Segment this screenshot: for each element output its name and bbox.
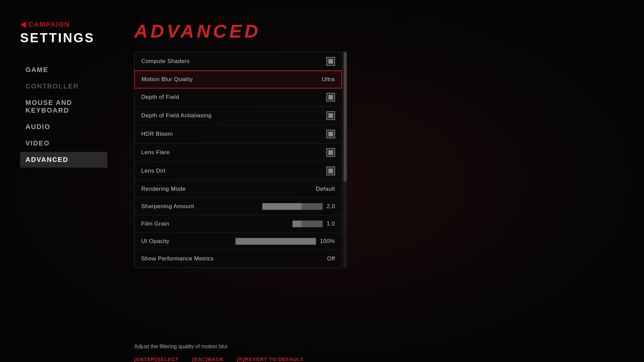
setting-name-depth-of-field: Depth of Field (141, 94, 179, 101)
setting-row-film-grain[interactable]: Film Grain1.0 (135, 215, 342, 233)
sidebar-item-mouse-keyboard[interactable]: MOUSE AND KEYBOARD (20, 95, 107, 118)
settings-wrapper: Compute ShadersMotion Blur QualityUltraD… (134, 52, 342, 268)
sidebar-item-advanced[interactable]: ADVANCED (20, 152, 107, 168)
nav-menu: GAMECONTROLLERMOUSE AND KEYBOARDAUDIOVID… (20, 62, 107, 168)
control-item-enter[interactable]: [ENTER] SELECT (134, 356, 179, 362)
control-label: REVERT TO DEFAULT (245, 356, 304, 362)
setting-value-show-performance-metrics: Off (327, 255, 335, 262)
setting-row-motion-blur-quality[interactable]: Motion Blur QualityUltra (135, 71, 342, 88)
setting-row-depth-of-field[interactable]: Depth of Field (135, 88, 342, 107)
control-key: [ESC] (192, 356, 208, 362)
slider-bar-ui-opacity[interactable] (235, 238, 316, 245)
control-label: SELECT (157, 356, 179, 362)
setting-name-film-grain: Film Grain (141, 221, 169, 227)
sidebar: ◀ CAMPAIGN SETTINGS GAMECONTROLLERMOUSE … (0, 0, 127, 362)
setting-name-rendering-mode: Rendering Mode (141, 186, 186, 192)
controls-bar: [ENTER] SELECT[ESC] BACK[R] REVERT TO DE… (134, 356, 631, 362)
bottom-area: Adjust the filtering quality of motion b… (134, 344, 631, 362)
control-key: [R] (237, 356, 245, 362)
slider-fill-sharpening-amount (262, 203, 302, 210)
sidebar-item-game[interactable]: GAME (20, 62, 107, 78)
back-label: CAMPAIGN (29, 21, 70, 28)
settings-list: Compute ShadersMotion Blur QualityUltraD… (135, 52, 342, 267)
slider-container-sharpening-amount[interactable]: 2.0 (262, 203, 335, 210)
checkbox-lens-dirt[interactable] (326, 167, 335, 175)
setting-row-rendering-mode[interactable]: Rendering ModeDefault (135, 180, 342, 198)
control-key: [ENTER] (134, 356, 157, 362)
checkbox-compute-shaders[interactable] (326, 57, 335, 66)
setting-name-motion-blur-quality: Motion Blur Quality (142, 76, 193, 83)
checkbox-hdr-bloom[interactable] (326, 130, 335, 138)
setting-value-sharpening-amount: 2.0 (327, 203, 335, 210)
back-arrow-icon: ◀ (20, 20, 26, 29)
slider-fill-film-grain (292, 221, 302, 227)
slider-bar-film-grain[interactable] (292, 221, 323, 227)
slider-container-ui-opacity[interactable]: 100% (235, 238, 335, 245)
control-item-r[interactable]: [R] REVERT TO DEFAULT (237, 356, 304, 362)
sidebar-item-controller: CONTROLLER (20, 78, 107, 94)
setting-name-ui-opacity: UI Opacity (141, 238, 169, 245)
back-nav[interactable]: ◀ CAMPAIGN (20, 20, 107, 29)
setting-name-compute-shaders: Compute Shaders (141, 58, 190, 65)
setting-name-depth-of-field-antialiasing: Depth of Field Antialiasing (141, 112, 212, 119)
checkbox-depth-of-field-antialiasing[interactable] (326, 111, 335, 120)
checkbox-depth-of-field[interactable] (326, 93, 335, 102)
sidebar-title: SETTINGS (20, 31, 107, 45)
main-content: ADVANCED Compute ShadersMotion Blur Qual… (134, 20, 631, 342)
hint-text: Adjust the filtering quality of motion b… (134, 344, 631, 350)
slider-container-film-grain[interactable]: 1.0 (292, 221, 335, 227)
setting-row-compute-shaders[interactable]: Compute Shaders (135, 52, 342, 71)
sidebar-item-audio[interactable]: AUDIO (20, 119, 107, 135)
setting-row-depth-of-field-antialiasing[interactable]: Depth of Field Antialiasing (135, 107, 342, 125)
scrollbar-thumb (343, 52, 347, 181)
setting-name-lens-dirt: Lens Dirt (141, 168, 166, 174)
setting-row-show-performance-metrics[interactable]: Show Performance MetricsOff (135, 250, 342, 267)
setting-value-ui-opacity: 100% (320, 238, 335, 245)
control-label: BACK (208, 356, 223, 362)
scrollbar-track[interactable] (343, 52, 347, 268)
control-item-esc[interactable]: [ESC] BACK (192, 356, 223, 362)
setting-row-lens-dirt[interactable]: Lens Dirt (135, 162, 342, 180)
setting-row-lens-flare[interactable]: Lens Flare (135, 143, 342, 162)
setting-value-film-grain: 1.0 (327, 221, 335, 227)
setting-row-sharpening-amount[interactable]: Sharpening Amount2.0 (135, 198, 342, 215)
page-title: ADVANCED (134, 20, 631, 42)
page-container: ◀ CAMPAIGN SETTINGS GAMECONTROLLERMOUSE … (0, 0, 644, 362)
setting-value-motion-blur-quality: Ultra (322, 76, 335, 83)
settings-panel: Compute ShadersMotion Blur QualityUltraD… (134, 52, 342, 268)
setting-name-hdr-bloom: HDR Bloom (141, 131, 173, 137)
checkbox-lens-flare[interactable] (326, 148, 335, 157)
sidebar-item-video[interactable]: VIDEO (20, 135, 107, 151)
setting-name-lens-flare: Lens Flare (141, 149, 170, 156)
setting-name-show-performance-metrics: Show Performance Metrics (141, 255, 214, 262)
slider-fill-ui-opacity (235, 238, 316, 245)
setting-value-rendering-mode: Default (316, 186, 335, 192)
slider-bar-sharpening-amount[interactable] (262, 203, 323, 210)
setting-row-hdr-bloom[interactable]: HDR Bloom (135, 125, 342, 143)
setting-row-ui-opacity[interactable]: UI Opacity100% (135, 233, 342, 250)
setting-name-sharpening-amount: Sharpening Amount (141, 203, 194, 210)
